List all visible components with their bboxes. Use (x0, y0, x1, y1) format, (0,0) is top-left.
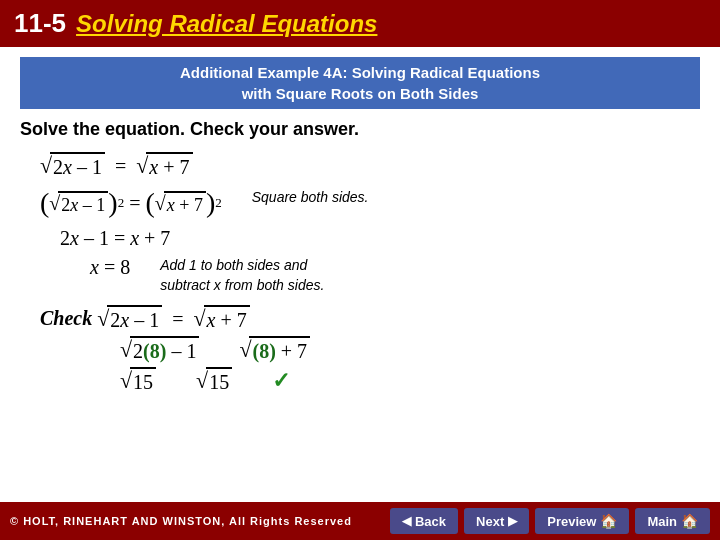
next-button[interactable]: Next ▶ (464, 508, 529, 534)
squared-expr: ( √ 2x – 1 ) 2 = ( √ x + 7 ) 2 (40, 189, 222, 217)
check-right-sub: √ (8) + 7 (239, 336, 310, 363)
check-header-line: Check √ 2x – 1 = √ x + 7 (40, 305, 700, 332)
check-right-result: √ 15 (196, 367, 232, 394)
lesson-title: Solving Radical Equations (76, 10, 377, 38)
solution-annotation: Add 1 to both sides and subtract x from … (160, 256, 324, 295)
check-section: Check √ 2x – 1 = √ x + 7 (40, 305, 700, 394)
solve-instruction: Solve the equation. Check your answer. (20, 119, 700, 140)
check-label: Check (40, 307, 97, 330)
footer-buttons: ◀ Back Next ▶ Preview 🏠 Main 🏠 (390, 508, 710, 534)
check-sub-row: √ 2(8) – 1 √ (8) + 7 (40, 336, 700, 363)
radical-left: √ 2x – 1 (40, 152, 105, 179)
back-arrow-icon: ◀ (402, 514, 411, 528)
solution-line: x = 8 Add 1 to both sides and subtract x… (40, 256, 700, 295)
solution-expr: x = 8 (40, 256, 130, 279)
next-arrow-icon: ▶ (508, 514, 517, 528)
sub-header-line1: Additional Example 4A: Solving Radical E… (180, 64, 540, 81)
sub-header-line2: with Square Roots on Both Sides (242, 85, 479, 102)
main-icon: 🏠 (681, 513, 698, 529)
preview-icon: 🏠 (600, 513, 617, 529)
header: 11-5 Solving Radical Equations (0, 0, 720, 47)
main-container: 11-5 Solving Radical Equations Additiona… (0, 0, 720, 540)
content-area: Additional Example 4A: Solving Radical E… (0, 47, 720, 502)
check-left-result: √ 15 (120, 367, 156, 394)
sub-header: Additional Example 4A: Solving Radical E… (20, 57, 700, 109)
lesson-number: 11-5 (14, 8, 66, 39)
check-result-row: √ 15 √ 15 ✓ (40, 367, 700, 394)
main-equation: √ 2x – 1 = √ x + 7 (40, 152, 193, 179)
radical-left-sq: √ 2x – 1 (49, 191, 108, 216)
radical-right-sq: √ x + 7 (155, 191, 206, 216)
footer: © HOLT, RINEHART AND WINSTON, All Rights… (0, 502, 720, 540)
equation-line: √ 2x – 1 = √ x + 7 (40, 152, 700, 179)
back-button[interactable]: ◀ Back (390, 508, 458, 534)
square-annotation: Square both sides. (252, 189, 369, 205)
check-equation: √ 2x – 1 = √ x + 7 (97, 305, 250, 332)
check-mark: ✓ (272, 368, 290, 394)
preview-button[interactable]: Preview 🏠 (535, 508, 629, 534)
simplified-expr: 2x – 1 = x + 7 (40, 227, 170, 250)
radical-right: √ x + 7 (136, 152, 192, 179)
check-left-sub: √ 2(8) – 1 (120, 336, 199, 363)
squared-line: ( √ 2x – 1 ) 2 = ( √ x + 7 ) 2 (40, 189, 700, 217)
math-content: √ 2x – 1 = √ x + 7 ( √ (20, 152, 700, 394)
main-button[interactable]: Main 🏠 (635, 508, 710, 534)
copyright: © HOLT, RINEHART AND WINSTON, All Rights… (10, 515, 352, 527)
simplified-line: 2x – 1 = x + 7 (40, 227, 700, 250)
